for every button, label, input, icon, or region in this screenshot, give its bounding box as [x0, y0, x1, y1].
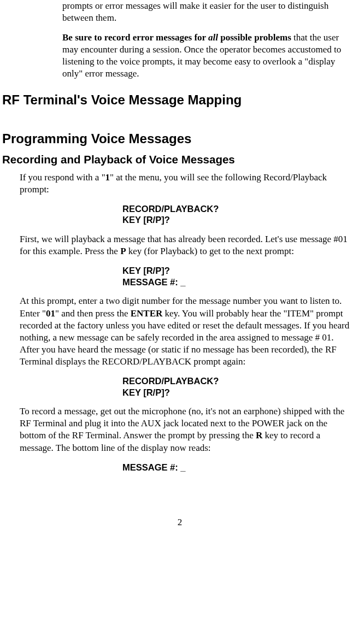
prompt-line: MESSAGE #: _ — [122, 462, 357, 473]
page-number: 2 — [2, 516, 357, 528]
text-bold: 1 — [105, 172, 110, 183]
prompt-block-2: KEY [R/P]? MESSAGE #: _ — [122, 265, 357, 287]
prompt-line: KEY [R/P]? — [122, 265, 357, 277]
text-bold-italic: all — [208, 32, 218, 43]
heading-voice-mapping: RF Terminal's Voice Message Mapping — [2, 91, 357, 108]
heading-programming: Programming Voice Messages — [2, 130, 357, 147]
prompt-line: KEY [R/P]? — [122, 387, 357, 398]
text-bold: R — [256, 430, 262, 440]
text: prompts or error messages will make it e… — [62, 1, 328, 23]
prompt-line: MESSAGE #: _ — [122, 277, 357, 288]
prompt-line: KEY [R/P]? — [122, 214, 357, 226]
para-warning: Be sure to record error messages for all… — [62, 32, 354, 80]
text-bold: Be sure to record error messages for — [62, 32, 208, 43]
subheading-recording-playback: Recording and Playback of Voice Messages — [2, 152, 357, 167]
para-playback: First, we will playback a message that h… — [20, 233, 354, 257]
para-enter-number: At this prompt, enter a two digit number… — [20, 295, 354, 368]
para-record: To record a message, get out the microph… — [20, 405, 354, 454]
text-bold: possible problems — [218, 32, 291, 43]
prompt-block-4: MESSAGE #: _ — [122, 462, 357, 473]
text: If you respond with a " — [20, 172, 105, 183]
para-respond: If you respond with a "1" at the menu, y… — [20, 172, 354, 196]
prompt-block-3: RECORD/PLAYBACK? KEY [R/P]? — [122, 375, 357, 398]
prompt-line: RECORD/PLAYBACK? — [122, 375, 357, 387]
para-intro-continued: prompts or error messages will make it e… — [62, 0, 354, 24]
text-bold: 01 — [46, 308, 55, 319]
prompt-line: RECORD/PLAYBACK? — [122, 203, 357, 215]
text-bold: P — [120, 246, 126, 256]
prompt-block-1: RECORD/PLAYBACK? KEY [R/P]? — [122, 203, 357, 226]
text: " and then press the — [55, 308, 131, 319]
text: key (for Playback) to get to the next pr… — [126, 246, 294, 256]
text-bold: ENTER — [131, 308, 163, 319]
